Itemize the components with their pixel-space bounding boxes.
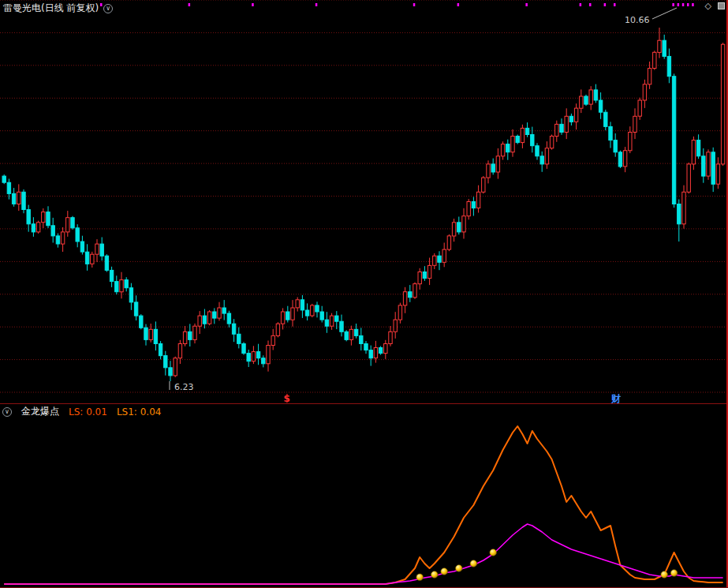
chevron-down-icon[interactable]: ∨ — [103, 4, 113, 13]
panel-divider — [0, 403, 728, 404]
candlesticks — [2, 28, 725, 381]
indicator-title: 金龙爆点 — [21, 405, 59, 418]
signal-dot — [416, 574, 424, 581]
ls1-line — [4, 524, 722, 584]
collapse-icon[interactable]: ∨ — [2, 407, 12, 417]
ls-line — [4, 426, 722, 584]
signal-dot — [490, 549, 497, 556]
signal-dot — [431, 571, 439, 579]
high-price-label-pointer — [652, 8, 677, 19]
ls-value: LS: 0.01 — [69, 406, 107, 418]
window-icon[interactable] — [718, 2, 725, 9]
event-marker[interactable]: $ — [284, 393, 290, 404]
grid — [0, 0, 728, 392]
signal-dot — [441, 568, 448, 575]
low-price-label: 6.23 — [174, 382, 194, 392]
indicator-chart[interactable] — [0, 417, 728, 588]
indicator-header: ∨ 金龙爆点 LS: 0.01 LS1: 0.04 — [2, 405, 161, 418]
event-marker[interactable]: 财 — [610, 393, 621, 404]
signal-dot — [670, 570, 678, 577]
signal-dot — [456, 565, 463, 572]
high-price-label: 10.66 — [625, 15, 650, 25]
stock-title: 雷曼光电(日线 前复权) — [3, 2, 99, 15]
diamond-icon[interactable]: ◇ — [705, 2, 711, 10]
signal-dot — [661, 571, 668, 579]
signal-ticks — [100, 3, 694, 6]
signal-dot — [470, 560, 477, 567]
app-window: 6.2310.66$财 雷曼光电(日线 前复权) ∨ ◇ ∨ 金龙爆点 LS: … — [0, 0, 728, 588]
window-controls: ◇ — [705, 2, 725, 10]
titlebar: 雷曼光电(日线 前复权) ∨ — [3, 2, 113, 15]
main-price-chart[interactable]: 6.2310.66$财 — [0, 0, 728, 404]
ls1-value: LS1: 0.04 — [117, 406, 162, 418]
